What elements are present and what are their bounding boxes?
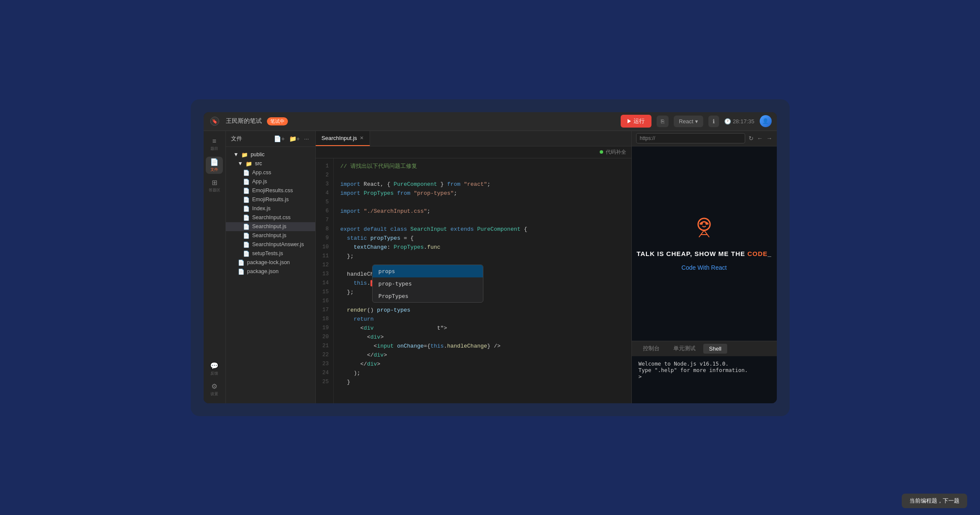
- file-index-js[interactable]: 📄Index.js: [226, 204, 315, 213]
- sidebar-item-answers[interactable]: ⊞ 答题区: [206, 177, 223, 194]
- tab-shell[interactable]: Shell: [703, 344, 728, 354]
- sidebar-item-feedback[interactable]: 💬 反馈: [206, 360, 223, 378]
- forward-button[interactable]: →: [767, 135, 773, 142]
- code-line-4: import PropTypes from "prop-types";: [340, 189, 625, 198]
- file-panel-header: 文件 📄+ 📁+ ···: [226, 131, 315, 147]
- status-badge: 笔试中: [267, 117, 288, 125]
- code-complete-badge: 代码补全: [600, 149, 626, 156]
- svg-text:🔖: 🔖: [212, 118, 218, 124]
- file-searchinput-js-active[interactable]: 📄SearchInput.js: [226, 222, 315, 231]
- app-window: 🔖 王民斯的笔试 笔试中 运行 ⎘ React ▾ ℹ 🕐 28:17:35 👤: [204, 112, 777, 403]
- code-line-7: [340, 216, 625, 225]
- code-line-22: </div>: [340, 351, 625, 360]
- editor-toolbar: 代码补全: [316, 146, 631, 158]
- editor-area: SearchInput.js ✕ 代码补全 12345 678910: [316, 131, 631, 403]
- url-bar[interactable]: https://: [636, 133, 745, 143]
- code-line-11: };: [340, 252, 625, 261]
- code-line-21: <input onChange={this.handleChange} />: [340, 342, 625, 351]
- file-app-js[interactable]: 📄App.js: [226, 177, 315, 186]
- code-lines: 12345 678910 1112131415 1617181920 21222…: [316, 158, 631, 403]
- file-emojiresults-css[interactable]: 📄EmojiResults.css: [226, 186, 315, 195]
- code-line-17: render() prop-types: [340, 306, 625, 315]
- autocomplete-item-proptypes[interactable]: PropTypes: [373, 290, 483, 302]
- folder-public[interactable]: ▼📁public: [226, 150, 315, 159]
- brand-tagline: TALK IS CHEAP, SHOW ME THE CODE_: [637, 250, 772, 257]
- complete-dot: [600, 150, 603, 154]
- feedback-icon: 💬: [210, 362, 219, 370]
- tab-close-button[interactable]: ✕: [360, 135, 364, 141]
- editor-tabs: SearchInput.js ✕: [316, 131, 631, 146]
- brand-link[interactable]: Code With React: [681, 264, 727, 271]
- code-line-10: textChange: PropTypes.func: [340, 243, 625, 252]
- file-panel-actions: 📄+ 📁+ ···: [273, 134, 310, 143]
- code-line-23: </div>: [340, 360, 625, 369]
- sidebar-item-topics[interactable]: ≡ 题目: [206, 136, 223, 153]
- code-line-20: <div>: [340, 333, 625, 342]
- file-emojiresults-js[interactable]: 📄EmojiResults.js: [226, 195, 315, 204]
- files-icon: 📄: [210, 158, 219, 166]
- file-searchinput-css[interactable]: 📄SearchInput.css: [226, 213, 315, 222]
- app-logo: 🔖: [209, 115, 221, 127]
- main-area: ≡ 题目 📄 文件 ⊞ 答题区 💬 反馈 ⚙ 设置: [204, 131, 777, 403]
- file-package-lock[interactable]: 📄package-lock.json: [226, 258, 315, 267]
- line-numbers: 12345 678910 1112131415 1617181920 21222…: [316, 158, 334, 403]
- file-searchinput-answer[interactable]: 📄SearchInputAnswer.js: [226, 240, 315, 249]
- autocomplete-item-props[interactable]: props: [373, 265, 483, 277]
- svg-point-3: [700, 222, 703, 225]
- tab-searchinput-js[interactable]: SearchInput.js ✕: [316, 131, 370, 146]
- file-setuptests[interactable]: 📄setupTests.js: [226, 249, 315, 258]
- file-app-css[interactable]: 📄App.css: [226, 168, 315, 177]
- next-question-button[interactable]: 当前编程题，下一题: [902, 494, 967, 508]
- notebook-title: 王民斯的笔试: [226, 117, 262, 125]
- sidebar-item-settings[interactable]: ⚙ 设置: [206, 381, 223, 398]
- answers-icon: ⊞: [212, 179, 217, 187]
- new-folder-button[interactable]: 📁+: [288, 134, 301, 143]
- settings-icon: ⚙: [211, 382, 217, 390]
- file-package-json[interactable]: 📄package.json: [226, 267, 315, 276]
- code-content[interactable]: 12345 678910 1112131415 1617181920 21222…: [316, 158, 631, 403]
- tab-unit-test[interactable]: 单元测试: [667, 343, 702, 354]
- back-button[interactable]: ←: [757, 135, 763, 142]
- tab-console[interactable]: 控制台: [637, 343, 666, 354]
- svg-point-4: [705, 222, 708, 225]
- sidebar-item-files[interactable]: 📄 文件: [206, 157, 223, 174]
- outer-container: 🔖 王民斯的笔试 笔试中 运行 ⎘ React ▾ ℹ 🕐 28:17:35 👤: [191, 99, 790, 416]
- file-panel: 文件 📄+ 📁+ ··· ▼📁public ▼📁src: [226, 131, 316, 403]
- info-button[interactable]: ℹ: [708, 116, 719, 127]
- preview-area: TALK IS CHEAP, SHOW ME THE CODE_ Code Wi…: [632, 146, 777, 341]
- right-panel: https:// ↻ ← →: [631, 131, 777, 403]
- play-icon: [628, 119, 631, 123]
- framework-selector[interactable]: React ▾: [674, 116, 703, 127]
- browser-bar: https:// ↻ ← →: [632, 131, 777, 146]
- autocomplete-dropdown: props prop-types PropTypes: [372, 265, 483, 303]
- refresh-button[interactable]: ↻: [749, 135, 754, 142]
- code-line-1: // 请找出以下代码问题工修复: [340, 162, 625, 171]
- folder-src[interactable]: ▼📁src: [226, 159, 315, 168]
- terminal-tabs: 控制台 单元测试 Shell: [632, 341, 777, 356]
- top-bar: 🔖 王民斯的笔试 笔试中 运行 ⎘ React ▾ ℹ 🕐 28:17:35 👤: [204, 112, 777, 131]
- code-line-5: [340, 198, 625, 207]
- more-options-button[interactable]: ···: [303, 134, 310, 143]
- file-panel-title: 文件: [231, 135, 273, 143]
- terminal-area: Welcome to Node.js v16.15.0. Type ".help…: [632, 356, 777, 403]
- terminal-line-3: >: [639, 373, 770, 380]
- code-line-9: static propTypes = {: [340, 234, 625, 243]
- run-button[interactable]: 运行: [621, 115, 651, 128]
- new-file-button[interactable]: 📄+: [273, 134, 285, 143]
- code-line-8: export default class SearchInput extends…: [340, 225, 625, 234]
- timer-display: 🕐 28:17:35: [724, 118, 755, 125]
- code-line-24: );: [340, 369, 625, 378]
- terminal-line-1: Welcome to Node.js v16.15.0.: [639, 360, 770, 367]
- code-body: // 请找出以下代码问题工修复 import React, { PureComp…: [334, 158, 631, 403]
- user-avatar: 👤: [760, 115, 772, 127]
- code-line-2: [340, 171, 625, 180]
- copy-button[interactable]: ⎘: [657, 116, 669, 127]
- autocomplete-item-prop-types[interactable]: prop-types: [373, 277, 483, 290]
- file-searchinput-js-2[interactable]: 📄SearchInput.js: [226, 231, 315, 240]
- terminal-line-2: Type ".help" for more information.: [639, 367, 770, 373]
- code-line-25: }: [340, 378, 625, 387]
- code-line-18: return: [340, 315, 625, 324]
- sidebar-icons: ≡ 题目 📄 文件 ⊞ 答题区 💬 反馈 ⚙ 设置: [204, 131, 226, 403]
- topics-icon: ≡: [212, 137, 216, 145]
- brand-logo: [690, 216, 718, 243]
